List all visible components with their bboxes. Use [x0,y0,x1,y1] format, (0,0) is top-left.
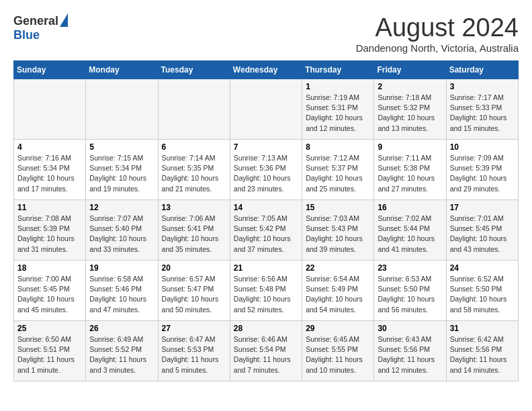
day-info: Sunrise: 6:57 AM Sunset: 5:47 PM Dayligh… [162,274,226,315]
day-number: 5 [89,142,154,152]
day-info: Sunrise: 7:12 AM Sunset: 5:37 PM Dayligh… [306,153,370,194]
day-number: 18 [17,263,82,273]
day-info: Sunrise: 6:52 AM Sunset: 5:50 PM Dayligh… [450,274,515,315]
day-number: 22 [306,263,370,273]
day-info: Sunrise: 7:08 AM Sunset: 5:39 PM Dayligh… [17,214,82,255]
day-cell-9: 9Sunrise: 7:11 AM Sunset: 5:38 PM Daylig… [374,140,446,200]
day-number: 23 [378,263,442,273]
day-number: 12 [89,203,154,212]
day-number: 3 [450,82,515,91]
day-number: 16 [378,203,442,212]
day-number: 15 [306,203,370,212]
day-cell-2: 2Sunrise: 7:18 AM Sunset: 5:32 PM Daylig… [374,79,446,140]
day-number: 31 [450,324,515,333]
logo-general: General [13,14,58,28]
day-number: 30 [378,324,442,333]
day-number: 1 [306,82,370,91]
day-info: Sunrise: 6:43 AM Sunset: 5:56 PM Dayligh… [378,334,442,375]
empty-cell [86,79,158,140]
day-info: Sunrise: 6:50 AM Sunset: 5:51 PM Dayligh… [17,334,82,375]
day-cell-20: 20Sunrise: 6:57 AM Sunset: 5:47 PM Dayli… [158,261,230,321]
header-monday: Monday [86,61,158,79]
day-number: 7 [234,142,298,152]
empty-cell [14,79,86,140]
day-number: 24 [450,263,515,273]
empty-cell [158,79,230,140]
day-info: Sunrise: 7:06 AM Sunset: 5:41 PM Dayligh… [162,214,226,255]
day-number: 20 [162,263,226,273]
day-number: 17 [450,203,515,212]
day-cell-23: 23Sunrise: 6:53 AM Sunset: 5:50 PM Dayli… [374,261,446,321]
header-friday: Friday [374,61,446,79]
day-number: 19 [89,263,154,273]
day-cell-15: 15Sunrise: 7:03 AM Sunset: 5:43 PM Dayli… [302,200,374,261]
day-number: 14 [234,203,298,212]
day-cell-17: 17Sunrise: 7:01 AM Sunset: 5:45 PM Dayli… [446,200,518,261]
day-cell-21: 21Sunrise: 6:56 AM Sunset: 5:48 PM Dayli… [230,261,302,321]
day-cell-14: 14Sunrise: 7:05 AM Sunset: 5:42 PM Dayli… [230,200,302,261]
day-info: Sunrise: 7:18 AM Sunset: 5:32 PM Dayligh… [378,93,442,134]
day-number: 11 [17,203,82,212]
day-cell-26: 26Sunrise: 6:49 AM Sunset: 5:52 PM Dayli… [86,321,158,381]
day-info: Sunrise: 7:13 AM Sunset: 5:36 PM Dayligh… [234,153,298,194]
day-number: 26 [89,324,154,333]
day-cell-27: 27Sunrise: 6:47 AM Sunset: 5:53 PM Dayli… [158,321,230,381]
day-cell-12: 12Sunrise: 7:07 AM Sunset: 5:40 PM Dayli… [86,200,158,261]
day-number: 8 [306,142,370,152]
day-cell-18: 18Sunrise: 7:00 AM Sunset: 5:45 PM Dayli… [14,261,86,321]
day-cell-4: 4Sunrise: 7:16 AM Sunset: 5:34 PM Daylig… [14,140,86,200]
day-number: 4 [17,142,82,152]
day-number: 27 [162,324,226,333]
day-number: 13 [162,203,226,212]
day-cell-16: 16Sunrise: 7:02 AM Sunset: 5:44 PM Dayli… [374,200,446,261]
header-wednesday: Wednesday [230,61,302,79]
week-row-5: 25Sunrise: 6:50 AM Sunset: 5:51 PM Dayli… [14,321,519,381]
day-number: 9 [378,142,442,152]
day-cell-24: 24Sunrise: 6:52 AM Sunset: 5:50 PM Dayli… [446,261,518,321]
day-info: Sunrise: 6:49 AM Sunset: 5:52 PM Dayligh… [89,334,154,375]
day-cell-5: 5Sunrise: 7:15 AM Sunset: 5:34 PM Daylig… [86,140,158,200]
day-cell-7: 7Sunrise: 7:13 AM Sunset: 5:36 PM Daylig… [230,140,302,200]
day-cell-31: 31Sunrise: 6:42 AM Sunset: 5:56 PM Dayli… [446,321,518,381]
day-cell-6: 6Sunrise: 7:14 AM Sunset: 5:35 PM Daylig… [158,140,230,200]
day-cell-30: 30Sunrise: 6:43 AM Sunset: 5:56 PM Dayli… [374,321,446,381]
day-number: 2 [378,82,442,91]
day-info: Sunrise: 7:16 AM Sunset: 5:34 PM Dayligh… [17,153,82,194]
day-info: Sunrise: 6:47 AM Sunset: 5:53 PM Dayligh… [162,334,226,375]
logo-blue: Blue [13,28,40,42]
day-info: Sunrise: 7:17 AM Sunset: 5:33 PM Dayligh… [450,93,515,134]
week-row-1: 1Sunrise: 7:19 AM Sunset: 5:31 PM Daylig… [14,79,519,140]
day-info: Sunrise: 7:02 AM Sunset: 5:44 PM Dayligh… [378,214,442,255]
day-info: Sunrise: 6:53 AM Sunset: 5:50 PM Dayligh… [378,274,442,315]
day-cell-19: 19Sunrise: 6:58 AM Sunset: 5:46 PM Dayli… [86,261,158,321]
calendar-table: SundayMondayTuesdayWednesdayThursdayFrid… [13,60,519,381]
day-number: 28 [234,324,298,333]
header-tuesday: Tuesday [158,61,230,79]
week-row-2: 4Sunrise: 7:16 AM Sunset: 5:34 PM Daylig… [14,140,519,200]
day-info: Sunrise: 7:11 AM Sunset: 5:38 PM Dayligh… [378,153,442,194]
day-info: Sunrise: 6:56 AM Sunset: 5:48 PM Dayligh… [234,274,298,315]
header-row: SundayMondayTuesdayWednesdayThursdayFrid… [14,61,519,79]
day-number: 29 [306,324,370,333]
day-info: Sunrise: 7:19 AM Sunset: 5:31 PM Dayligh… [306,93,370,134]
day-cell-13: 13Sunrise: 7:06 AM Sunset: 5:41 PM Dayli… [158,200,230,261]
day-info: Sunrise: 7:09 AM Sunset: 5:39 PM Dayligh… [450,153,515,194]
day-info: Sunrise: 7:05 AM Sunset: 5:42 PM Dayligh… [234,214,298,255]
day-info: Sunrise: 6:54 AM Sunset: 5:49 PM Dayligh… [306,274,370,315]
day-cell-11: 11Sunrise: 7:08 AM Sunset: 5:39 PM Dayli… [14,200,86,261]
header-saturday: Saturday [446,61,518,79]
day-info: Sunrise: 7:03 AM Sunset: 5:43 PM Dayligh… [306,214,370,255]
day-cell-29: 29Sunrise: 6:45 AM Sunset: 5:55 PM Dayli… [302,321,374,381]
day-info: Sunrise: 7:15 AM Sunset: 5:34 PM Dayligh… [89,153,154,194]
day-cell-10: 10Sunrise: 7:09 AM Sunset: 5:39 PM Dayli… [446,140,518,200]
header-sunday: Sunday [14,61,86,79]
title-section: August 2024 Dandenong North, Victoria, A… [356,13,519,54]
week-row-3: 11Sunrise: 7:08 AM Sunset: 5:39 PM Dayli… [14,200,519,261]
page-header: General Blue August 2024 Dandenong North… [13,13,519,54]
day-cell-1: 1Sunrise: 7:19 AM Sunset: 5:31 PM Daylig… [302,79,374,140]
header-thursday: Thursday [302,61,374,79]
day-info: Sunrise: 7:07 AM Sunset: 5:40 PM Dayligh… [89,214,154,255]
day-info: Sunrise: 6:58 AM Sunset: 5:46 PM Dayligh… [89,274,154,315]
week-row-4: 18Sunrise: 7:00 AM Sunset: 5:45 PM Dayli… [14,261,519,321]
empty-cell [230,79,302,140]
